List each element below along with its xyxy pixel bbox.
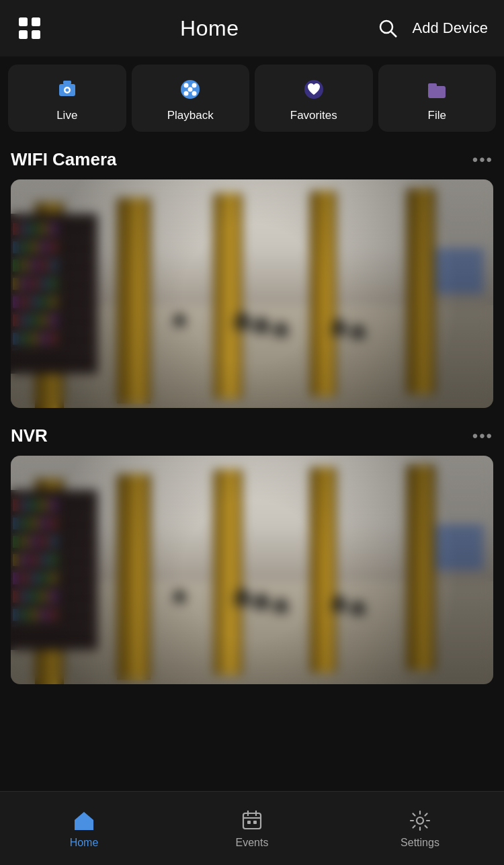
main-content: Live Playback bbox=[0, 56, 504, 791]
settings-icon bbox=[408, 809, 432, 833]
wifi-camera-header: WIFI Camera ••• bbox=[11, 142, 493, 173]
search-icon[interactable] bbox=[376, 16, 400, 40]
svg-point-8 bbox=[65, 89, 69, 92]
svg-rect-2 bbox=[19, 30, 28, 39]
action-live[interactable]: Live bbox=[8, 65, 126, 132]
bottom-nav: Home Events Settings bbox=[0, 791, 504, 865]
nvr-camera-canvas bbox=[11, 456, 493, 684]
svg-rect-3 bbox=[32, 30, 40, 39]
live-label: Live bbox=[56, 109, 77, 122]
nav-home[interactable]: Home bbox=[0, 809, 168, 849]
svg-point-14 bbox=[192, 91, 197, 96]
svg-rect-20 bbox=[243, 813, 261, 829]
svg-point-26 bbox=[417, 817, 423, 824]
playback-icon bbox=[177, 77, 203, 102]
nvr-camera-preview[interactable] bbox=[11, 456, 493, 684]
action-favorites[interactable]: Favorites bbox=[255, 65, 373, 132]
nav-home-label: Home bbox=[70, 837, 99, 849]
nav-events-label: Events bbox=[236, 837, 269, 849]
wifi-camera-more[interactable]: ••• bbox=[472, 151, 493, 169]
page-title: Home bbox=[180, 16, 239, 41]
nvr-more[interactable]: ••• bbox=[472, 427, 493, 446]
file-label: File bbox=[428, 109, 446, 122]
wifi-camera-title: WIFI Camera bbox=[11, 149, 117, 170]
wifi-camera-section: WIFI Camera ••• bbox=[0, 142, 504, 408]
svg-rect-9 bbox=[63, 81, 71, 84]
action-playback[interactable]: Playback bbox=[132, 65, 250, 132]
svg-rect-1 bbox=[32, 17, 40, 26]
grid-icon[interactable] bbox=[16, 15, 43, 42]
header: Home Add Device bbox=[0, 0, 504, 56]
svg-rect-18 bbox=[428, 83, 437, 88]
favorites-label: Favorites bbox=[290, 109, 337, 122]
file-icon bbox=[424, 77, 450, 102]
favorites-icon bbox=[301, 77, 327, 102]
nav-settings[interactable]: Settings bbox=[336, 809, 504, 849]
svg-point-13 bbox=[184, 91, 189, 96]
svg-rect-25 bbox=[253, 821, 257, 824]
nvr-header: NVR ••• bbox=[11, 419, 493, 449]
action-file[interactable]: File bbox=[378, 65, 497, 132]
svg-point-11 bbox=[184, 83, 189, 88]
live-icon bbox=[54, 77, 80, 102]
svg-point-4 bbox=[380, 21, 392, 33]
header-right: Add Device bbox=[376, 16, 488, 40]
svg-rect-19 bbox=[81, 824, 87, 830]
wifi-camera-canvas bbox=[11, 179, 493, 408]
wifi-camera-preview[interactable] bbox=[11, 179, 493, 408]
nvr-section: NVR ••• bbox=[0, 419, 504, 684]
playback-label: Playback bbox=[167, 109, 214, 122]
svg-rect-0 bbox=[19, 17, 28, 26]
svg-point-12 bbox=[192, 83, 197, 88]
home-icon bbox=[72, 809, 96, 833]
svg-line-5 bbox=[391, 32, 396, 37]
events-icon bbox=[240, 809, 264, 833]
svg-point-15 bbox=[188, 87, 193, 92]
nav-settings-label: Settings bbox=[401, 837, 439, 849]
quick-actions-bar: Live Playback bbox=[0, 56, 504, 140]
add-device-button[interactable]: Add Device bbox=[412, 19, 488, 37]
nav-events[interactable]: Events bbox=[168, 809, 336, 849]
nvr-title: NVR bbox=[11, 425, 48, 446]
svg-rect-24 bbox=[247, 821, 251, 824]
